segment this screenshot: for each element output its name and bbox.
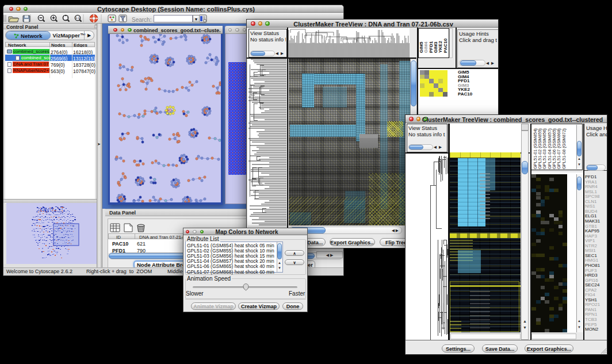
- svg-text:1:1: 1:1: [75, 16, 80, 20]
